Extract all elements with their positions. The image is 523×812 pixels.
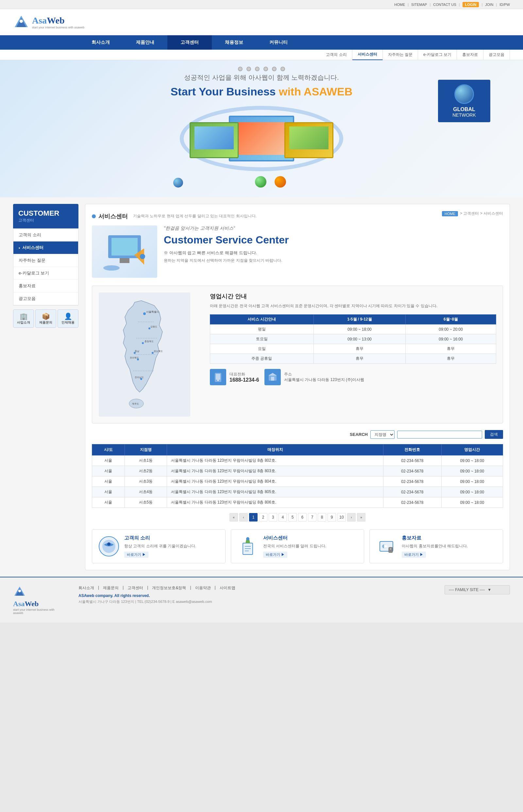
cell-branch-4: 서초5동	[125, 497, 167, 508]
top-home-link[interactable]: HOME	[394, 3, 405, 6]
footer-nav-privacy[interactable]: 개인정보보호&정책	[152, 585, 186, 591]
sub-nav-faq[interactable]: 자주하는 질문	[383, 50, 418, 60]
global-subtitle: NETWORK	[452, 112, 476, 118]
page-2[interactable]: 2	[259, 513, 267, 521]
page-7[interactable]: 7	[308, 513, 317, 521]
table-row-3[interactable]: 서울 서초4동 서울특별시 가나동 다라동 123번지 우람아사빌딩 8층 80…	[92, 487, 503, 497]
card1-content: 고객의 소리 항상 고객의 소리에 귀를 기울이겠습니다. 바로가기 ▶	[124, 535, 196, 558]
page-6[interactable]: 6	[298, 513, 307, 521]
footer-sep2: |	[123, 585, 124, 591]
page-3[interactable]: 3	[269, 513, 277, 521]
sub-nav-catalog[interactable]: e-카달로그 보기	[418, 50, 457, 60]
bottom-card-2: 서비스센터 전국의 서비스센터를 알려 드립니다. 바로가기 ▶	[231, 529, 364, 563]
search-select[interactable]: 지정명	[371, 430, 395, 439]
sep1: |	[408, 3, 409, 6]
svg-text:충청북도: 충청북도	[144, 340, 154, 343]
search-section: SEARCH 지정명 검색	[92, 430, 503, 439]
footer-nav-company[interactable]: 회사소개	[78, 585, 94, 591]
svg-point-12	[143, 312, 146, 315]
sidebar-company-btn[interactable]: 🏢 사업소개	[13, 310, 34, 328]
sidebar-product-btn[interactable]: 📦 제품문의	[35, 310, 56, 328]
top-contact-link[interactable]: CONTACT US	[433, 3, 456, 6]
search-input[interactable]	[397, 431, 482, 439]
cell-region-2: 서울	[92, 476, 125, 487]
footer-nav-terms[interactable]: 이용약관	[195, 585, 211, 591]
sub-nav-pr[interactable]: 홍보자료	[457, 50, 484, 60]
card1-link[interactable]: 바로가기 ▶	[124, 552, 148, 558]
contact-box: 대표전화 1688-1234-6	[210, 369, 496, 385]
phone-icon	[210, 369, 226, 385]
breadcrumb-home: HOME	[442, 211, 458, 216]
cs-section: "한걸음 앞서가는 고객지원 서비스" Customer Service Cen…	[92, 225, 503, 278]
card3-link[interactable]: 바로가기 ▶	[402, 552, 426, 558]
address-label: 주소	[284, 371, 364, 377]
footer-nav-sitemap[interactable]: 사이트맵	[220, 585, 235, 591]
top-join-link[interactable]: JOIN	[485, 3, 493, 6]
table-row-4[interactable]: 서울 서초5동 서울특별시 가나동 다라동 123번지 우람아사빌딩 8층 80…	[92, 497, 503, 508]
sidebar-item-voice[interactable]: 고객의 소리	[13, 229, 78, 241]
breadcrumb-path: > 고객센터 > 서비스센터	[460, 211, 503, 216]
hero-illustration	[163, 99, 360, 191]
sidebar-item-catalog[interactable]: e-카달로그 보기	[13, 267, 78, 280]
card2-link[interactable]: 바로가기 ▶	[263, 552, 287, 558]
sidebar-item-faq[interactable]: 자주하는 질문	[13, 254, 78, 267]
cs-desc1: ※ 아사웹의 쉽고 빠른 서비스로 해결해 드립니다.	[164, 250, 503, 256]
table-row-0[interactable]: 서울 서초1동 서울특별시 가나동 다라동 123번지 우람아사빌딩 8층 80…	[92, 456, 503, 466]
sub-nav-service[interactable]: 서비스센터	[353, 50, 383, 60]
company-icon: 🏢	[15, 312, 32, 320]
nav-customer[interactable]: 고객센터	[167, 35, 212, 50]
family-site-button[interactable]: ---- FAMILY SITE ---- ▼	[445, 585, 510, 594]
page-1[interactable]: 1	[249, 513, 257, 521]
page-4[interactable]: 4	[278, 513, 287, 521]
svg-text:충남: 충남	[135, 350, 139, 353]
search-button[interactable]: 검색	[485, 430, 503, 439]
top-sitemap-link[interactable]: SITEMAP	[411, 3, 427, 6]
sidebar-item-service[interactable]: 서비스센터	[13, 241, 78, 254]
card3-icon	[375, 535, 398, 558]
page-9[interactable]: 9	[327, 513, 336, 521]
service-section: 서울특별시 강원도 충청북도 전라북도 충남 경상북도 전라남도 제주도	[92, 285, 503, 423]
footer-nav-customer[interactable]: 고객센터	[127, 585, 143, 591]
logo-icon	[13, 14, 30, 31]
sidebar-item-ads[interactable]: 광고모음	[13, 293, 78, 305]
page-first[interactable]: «	[230, 513, 238, 521]
sidebar-recruit-btn[interactable]: 👤 인재채용	[57, 310, 78, 328]
recruit-label: 인재채용	[59, 320, 77, 325]
page-next[interactable]: ›	[347, 513, 356, 521]
page-last[interactable]: »	[357, 513, 365, 521]
card1-desc: 항상 고객의 소리에 귀를 기울이겠습니다.	[124, 543, 196, 549]
cell-address-2: 서울특별시 가나동 다라동 123번지 우람아사빌딩 8층 804호.	[167, 476, 383, 487]
svg-point-6	[103, 265, 120, 271]
page-8[interactable]: 8	[318, 513, 326, 521]
card1-title: 고객의 소리	[124, 535, 196, 541]
family-site-label: ---- FAMILY SITE ----	[449, 588, 485, 592]
hero-monitor-right	[284, 122, 333, 158]
nav-community[interactable]: 커뮤니티	[256, 35, 301, 50]
page-description: 기술력과 노하우로 현재 업계 선두를 달리고 있는 대표적인 회사입니다.	[133, 214, 257, 219]
page-prev[interactable]: ‹	[239, 513, 248, 521]
footer-nav-product[interactable]: 제품문의	[103, 585, 119, 591]
sub-nav-voice[interactable]: 고객의 소리	[321, 50, 352, 60]
korea-map: 서울특별시 강원도 충청북도 전라북도 충남 경상북도 전라남도 제주도	[99, 293, 190, 417]
page-10[interactable]: 10	[337, 513, 346, 521]
sidebar-item-pr[interactable]: 홍보자료	[13, 280, 78, 293]
sub-nav: 고객의 소리 서비스센터 자주하는 질문 e-카달로그 보기 홍보자료 광고모음	[0, 50, 523, 60]
footer-sep3: |	[147, 585, 148, 591]
cell-branch-3: 서초4동	[125, 487, 167, 497]
nav-products[interactable]: 제품안내	[123, 35, 167, 50]
map-svg: 서울특별시 강원도 충청북도 전라북도 충남 경상북도 전라남도 제주도	[102, 296, 187, 413]
sidebar-bottom: 🏢 사업소개 📦 제품문의 👤 인재채용	[13, 310, 78, 328]
sub-nav-ads[interactable]: 광고모음	[484, 50, 510, 60]
sep5: |	[496, 3, 497, 6]
cell-hours-2: 09:00 ~ 18:00	[441, 476, 503, 487]
table-row-1[interactable]: 서울 서초2동 서울특별시 가나동 다라동 123번지 우람아사빌딩 8층 80…	[92, 466, 503, 476]
table-row-2[interactable]: 서울 서초3동 서울특별시 가나동 다라동 123번지 우람아사빌딩 8층 80…	[92, 476, 503, 487]
login-button[interactable]: LOGIN	[463, 2, 479, 7]
monitor-screen-1	[235, 122, 288, 155]
product-label: 제품문의	[37, 320, 55, 325]
top-idpw-link[interactable]: ID/PW	[500, 3, 510, 6]
page-5[interactable]: 5	[288, 513, 297, 521]
nav-company[interactable]: 회사소개	[78, 35, 123, 50]
svg-rect-45	[389, 547, 393, 553]
nav-recruit[interactable]: 채용정보	[212, 35, 256, 50]
